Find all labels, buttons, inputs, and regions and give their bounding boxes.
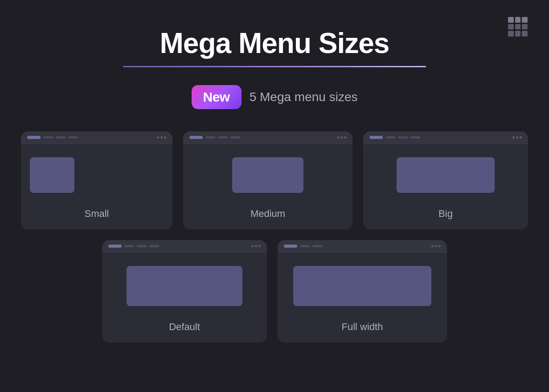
card-content bbox=[363, 144, 528, 201]
chrome-dot bbox=[340, 136, 343, 139]
chrome-dot bbox=[435, 245, 437, 247]
header-section: Mega Menu Sizes New 5 Mega menu sizes bbox=[18, 27, 531, 114]
card-content bbox=[21, 144, 172, 201]
chrome-dot bbox=[160, 136, 163, 139]
chrome-dot bbox=[344, 136, 346, 139]
chrome-dash bbox=[312, 245, 322, 247]
chrome-dots bbox=[431, 245, 441, 247]
chrome-pill bbox=[108, 245, 122, 248]
card-big[interactable]: Big bbox=[363, 131, 528, 229]
logo-cell bbox=[508, 24, 514, 30]
logo-cell bbox=[522, 17, 528, 23]
card-chrome bbox=[183, 131, 352, 144]
card-content bbox=[102, 253, 267, 314]
cards-row-bottom: Default Full width bbox=[102, 240, 447, 343]
card-chrome bbox=[278, 240, 447, 253]
card-placeholder bbox=[30, 157, 74, 193]
card-placeholder bbox=[232, 157, 303, 193]
chrome-dot bbox=[520, 136, 522, 139]
chrome-pill bbox=[369, 136, 383, 139]
chrome-dash bbox=[137, 245, 147, 247]
card-chrome bbox=[363, 131, 528, 144]
chrome-dash bbox=[149, 245, 159, 247]
new-badge: New bbox=[192, 85, 242, 109]
chrome-dash bbox=[230, 136, 240, 139]
chrome-dot bbox=[337, 136, 339, 139]
card-label: Big bbox=[363, 201, 528, 229]
chrome-dot bbox=[512, 136, 515, 139]
chrome-dash bbox=[385, 136, 395, 139]
chrome-dash bbox=[410, 136, 420, 139]
card-fullwidth[interactable]: Full width bbox=[278, 240, 447, 343]
logo-cell bbox=[508, 17, 514, 23]
logo-cell bbox=[515, 17, 521, 23]
card-small[interactable]: Small bbox=[21, 131, 172, 229]
page-title: Mega Menu Sizes bbox=[160, 27, 389, 60]
chrome-dot bbox=[438, 245, 441, 247]
cards-container: Small Medium bbox=[18, 131, 531, 343]
card-label: Small bbox=[21, 201, 172, 229]
chrome-dots bbox=[512, 136, 522, 139]
chrome-dot bbox=[251, 245, 254, 247]
logo-cell bbox=[515, 31, 521, 37]
card-default[interactable]: Default bbox=[102, 240, 267, 343]
chrome-dot bbox=[157, 136, 159, 139]
chrome-dot bbox=[255, 245, 257, 247]
chrome-pill bbox=[189, 136, 203, 139]
title-underline bbox=[123, 66, 426, 67]
chrome-dash bbox=[43, 136, 53, 139]
chrome-dash bbox=[218, 136, 228, 139]
logo-icon bbox=[508, 17, 528, 37]
chrome-dots bbox=[157, 136, 166, 139]
chrome-dash bbox=[205, 136, 215, 139]
card-label: Default bbox=[102, 314, 267, 343]
chrome-dash bbox=[300, 245, 310, 247]
logo-cell bbox=[515, 24, 521, 30]
logo-cell bbox=[522, 24, 528, 30]
logo-cell bbox=[522, 31, 528, 37]
chrome-dash bbox=[398, 136, 408, 139]
chrome-dash bbox=[124, 245, 134, 247]
chrome-dash bbox=[56, 136, 66, 139]
card-chrome bbox=[21, 131, 172, 144]
card-medium[interactable]: Medium bbox=[183, 131, 352, 229]
badge-description: 5 Mega menu sizes bbox=[250, 90, 358, 104]
card-content bbox=[278, 253, 447, 314]
chrome-dots bbox=[251, 245, 261, 247]
cards-row-top: Small Medium bbox=[21, 131, 528, 229]
logo-cell bbox=[508, 31, 514, 37]
card-content bbox=[183, 144, 352, 201]
chrome-dot bbox=[164, 136, 166, 139]
chrome-pill bbox=[27, 136, 41, 139]
chrome-dots bbox=[337, 136, 346, 139]
card-placeholder bbox=[293, 266, 431, 306]
card-label: Medium bbox=[183, 201, 352, 229]
card-placeholder bbox=[397, 157, 495, 193]
card-chrome bbox=[102, 240, 267, 253]
badge-row: New 5 Mega menu sizes bbox=[192, 85, 358, 109]
card-label: Full width bbox=[278, 314, 447, 343]
card-placeholder bbox=[127, 266, 242, 306]
chrome-pill bbox=[284, 245, 297, 248]
chrome-dash bbox=[68, 136, 78, 139]
chrome-dot bbox=[258, 245, 261, 247]
chrome-dot bbox=[516, 136, 518, 139]
chrome-dot bbox=[431, 245, 434, 247]
